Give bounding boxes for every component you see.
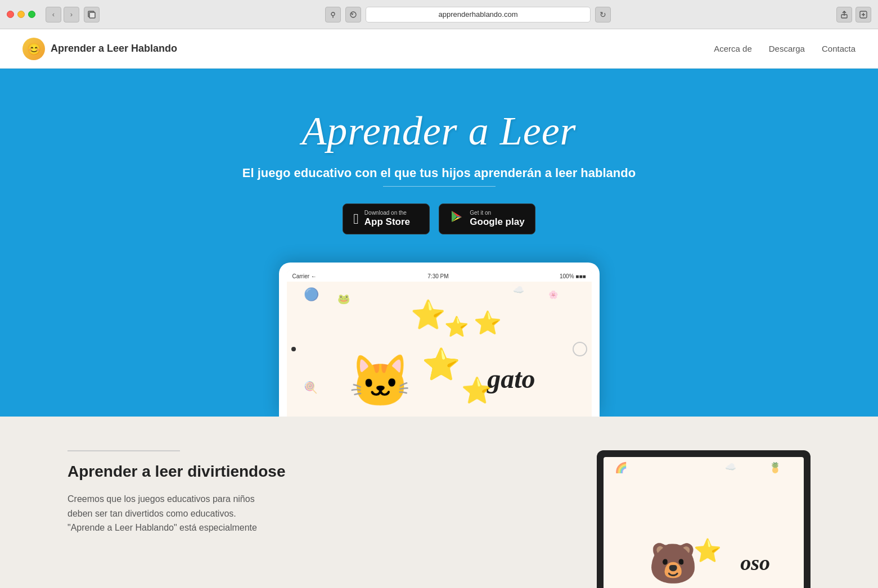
hero-subtitle: El juego educativo con el que tus hijos … (22, 166, 856, 180)
close-dot[interactable] (7, 11, 14, 18)
tablet-mockup: Carrier ← 7:30 PM 100% ■■■ 🔵 🐸 ☁️ 🌸 🍭 (22, 263, 856, 417)
body-line-2: deben ser tan divertidos como educativos… (67, 509, 236, 518)
navigation-arrows: ‹ › (46, 7, 79, 22)
bottom-section: Aprender a leer divirtiendose Creemos qu… (0, 417, 878, 588)
tablet-screen-content: 🔵 🐸 ☁️ 🌸 🍭 🐱 ⭐ ⭐ ⭐ ⭐ ⭐ (287, 282, 592, 417)
tablet2-inner: 🌈 🍍 ☁️ 🐻 ⭐ oso (604, 457, 804, 588)
google-play-small-label: Get it on (470, 210, 524, 216)
star-5: ⭐ (444, 315, 469, 338)
star-2: ⭐ (474, 310, 502, 336)
app-store-button[interactable]:  Download on the App Store (343, 203, 430, 234)
nav-links: Acerca de Descarga Contacta (714, 44, 856, 53)
reload-button[interactable]: ↻ (595, 7, 611, 22)
bg-deco-2: 🌸 (548, 290, 558, 299)
maximize-dot[interactable] (28, 11, 35, 18)
url-text: apprenderhablando.com (439, 10, 518, 19)
nav-descarga[interactable]: Descarga (769, 44, 805, 53)
bg-deco-1: 🔵 (304, 287, 319, 302)
brand: 😊 Aprender a Leer Hablando (22, 38, 177, 60)
bear-figure: 🐻 (649, 540, 697, 586)
body-line-3: "Aprende a Leer Hablando" está especialm… (67, 523, 257, 532)
app-store-small-label: Download on the (364, 210, 410, 216)
body-line-1: Creemos que los juegos educativos para n… (67, 494, 255, 504)
address-bar: apprenderhablando.com ↻ (104, 7, 832, 22)
google-play-button[interactable]: Get it on Google play (439, 203, 535, 234)
forward-button[interactable]: › (64, 7, 79, 22)
bottom-tablet-mockup: 🌈 🍍 ☁️ 🐻 ⭐ oso (597, 450, 811, 588)
tablet-inner: Carrier ← 7:30 PM 100% ■■■ 🔵 🐸 ☁️ 🌸 🍭 (287, 270, 592, 417)
cat-figure: 🐱 (349, 352, 412, 411)
google-play-icon (449, 210, 464, 228)
oso-word: oso (740, 550, 770, 575)
window-controls (7, 11, 35, 18)
refresh-icon (345, 7, 361, 22)
svg-rect-1 (89, 12, 95, 18)
bg2-deco-cloud: ☁️ (725, 462, 736, 472)
brand-name: Aprender a Leer Hablando (51, 43, 177, 55)
carrier-label: Carrier ← (292, 273, 317, 279)
section-title: Aprender a leer divirtiendose (67, 463, 563, 481)
brand-emoji: 😊 (27, 42, 41, 56)
svg-point-4 (350, 12, 356, 17)
bg2-deco-pineapple: 🍍 (769, 462, 781, 474)
svg-point-2 (331, 12, 335, 16)
app-store-text: Download on the App Store (364, 210, 410, 228)
star-3: ⭐ (422, 346, 461, 383)
nav-contacta[interactable]: Contacta (822, 44, 856, 53)
tablet-status-bar: Carrier ← 7:30 PM 100% ■■■ (287, 270, 592, 282)
time-label: 7:30 PM (427, 273, 448, 279)
gato-word: gato (487, 363, 535, 394)
brand-logo: 😊 (22, 38, 45, 60)
hero-section: Aprender a Leer El juego educativo con e… (0, 69, 878, 417)
minimize-dot[interactable] (17, 11, 25, 18)
browser-chrome: ‹ › apprenderhablando.com ↻ (0, 0, 878, 29)
bg2-deco-1: 🌈 (615, 462, 627, 474)
apple-icon:  (353, 210, 359, 228)
section-divider (67, 450, 180, 451)
tablet-nav-right (573, 342, 587, 356)
website-content: 😊 Aprender a Leer Hablando Acerca de Des… (0, 29, 878, 588)
google-play-label: Google play (470, 216, 524, 228)
bottom-text: Aprender a leer divirtiendose Creemos qu… (67, 450, 563, 535)
url-field[interactable]: apprenderhablando.com (366, 7, 591, 22)
tabs-button[interactable] (84, 7, 100, 22)
hero-divider (383, 186, 496, 187)
bg-deco-cloud: ☁️ (513, 284, 524, 295)
tablet2-outer: 🌈 🍍 ☁️ 🐻 ⭐ oso (597, 450, 811, 588)
share-button[interactable] (836, 7, 852, 22)
star2-1: ⭐ (694, 537, 722, 564)
store-buttons:  Download on the App Store (22, 203, 856, 234)
section-body: Creemos que los juegos educativos para n… (67, 492, 563, 535)
nav-acerca-de[interactable]: Acerca de (714, 44, 752, 53)
star-1: ⭐ (411, 298, 445, 331)
add-tab-button[interactable] (856, 7, 871, 22)
hero-title: Aprender a Leer (22, 108, 856, 155)
browser-actions (836, 7, 871, 22)
google-play-text: Get it on Google play (470, 210, 524, 228)
tablet2-content: 🌈 🍍 ☁️ 🐻 ⭐ oso (604, 457, 804, 588)
tablet-nav-left (291, 347, 296, 351)
bg-deco-3: 🍭 (304, 381, 318, 394)
tablet-outer: Carrier ← 7:30 PM 100% ■■■ 🔵 🐸 ☁️ 🌸 🍭 (279, 263, 600, 417)
back-button[interactable]: ‹ (46, 7, 61, 22)
bg-deco-frog: 🐸 (337, 293, 350, 305)
battery-label: 100% ■■■ (560, 273, 586, 279)
app-store-label: App Store (364, 216, 410, 228)
navbar: 😊 Aprender a Leer Hablando Acerca de Des… (0, 29, 878, 69)
security-icon (325, 7, 341, 22)
